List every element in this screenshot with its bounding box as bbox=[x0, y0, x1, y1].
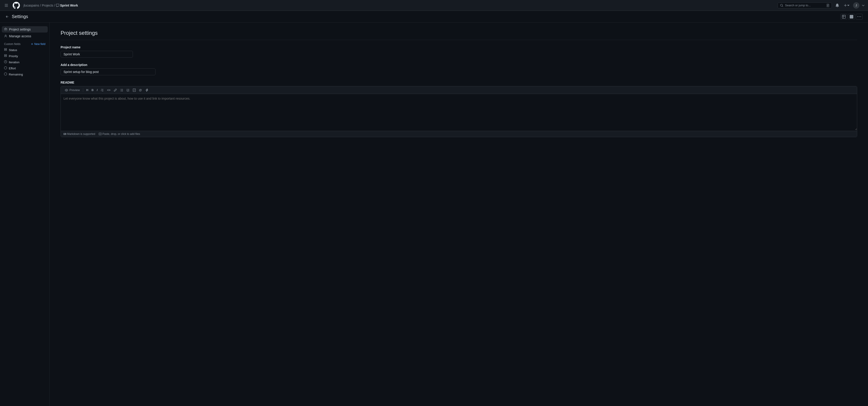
project-name-input[interactable] bbox=[61, 51, 133, 58]
preview-tab[interactable]: Preview bbox=[64, 88, 81, 92]
breadcrumb-sep-2: / bbox=[54, 4, 55, 7]
plus-button[interactable] bbox=[843, 3, 850, 8]
field-status-label: Status bbox=[9, 49, 17, 52]
field-effort-label: Effort bbox=[9, 67, 16, 70]
breadcrumb-user[interactable]: jlucaspains bbox=[24, 4, 39, 7]
custom-fields-label: Custom fields bbox=[4, 42, 21, 45]
status-field-icon bbox=[4, 48, 7, 52]
hamburger-button[interactable] bbox=[4, 3, 9, 8]
project-icon-container bbox=[56, 4, 59, 7]
mention-button[interactable]: @ bbox=[138, 88, 143, 92]
search-box[interactable]: Search or jump to... / bbox=[778, 2, 832, 8]
bold-button[interactable]: B bbox=[90, 88, 95, 92]
italic-button[interactable]: I bbox=[96, 88, 99, 92]
field-status[interactable]: Status bbox=[2, 47, 48, 53]
sidebar-item-project-settings[interactable]: Project settings bbox=[2, 26, 48, 33]
page-title: Project settings bbox=[61, 30, 857, 40]
paste-label: Paste, drop, or click to add files bbox=[99, 132, 140, 135]
breadcrumb-sep-1: / bbox=[40, 4, 41, 7]
back-button[interactable] bbox=[5, 15, 9, 19]
project-name-label: Project name bbox=[61, 45, 857, 49]
quote-button[interactable] bbox=[100, 88, 105, 92]
code-button[interactable]: <> bbox=[106, 88, 112, 92]
new-field-button[interactable]: New field bbox=[31, 42, 45, 45]
github-logo[interactable] bbox=[13, 2, 20, 9]
more-button[interactable] bbox=[856, 14, 863, 20]
field-iteration[interactable]: Iteration bbox=[2, 59, 48, 65]
preview-tab-label: Preview bbox=[69, 88, 80, 92]
description-label: Add a description bbox=[61, 63, 857, 67]
board-view-button[interactable] bbox=[848, 14, 855, 20]
breadcrumb-projects[interactable]: Projects bbox=[42, 4, 53, 7]
breadcrumb: jlucaspains / Projects / Sprint Work bbox=[24, 4, 78, 7]
settings-title: Settings bbox=[12, 14, 28, 19]
custom-fields-section: Custom fields New field bbox=[2, 40, 48, 47]
topnav: jlucaspains / Projects / Sprint Work Sea… bbox=[0, 0, 868, 11]
link-button[interactable] bbox=[113, 88, 118, 92]
main-content: Project settings Project name Add a desc… bbox=[50, 23, 868, 406]
settings-header: Settings bbox=[0, 11, 868, 23]
project-name-section: Project name bbox=[61, 45, 857, 58]
search-placeholder: Search or jump to... bbox=[785, 4, 811, 7]
field-effort[interactable]: Effort bbox=[2, 65, 48, 71]
field-priority-label: Priority bbox=[9, 55, 18, 58]
breadcrumb-sprint: Sprint Work bbox=[60, 4, 78, 7]
main-layout: Project settings Manage access Custom fi… bbox=[0, 23, 868, 406]
toolbar-divider bbox=[83, 88, 83, 92]
unordered-list-button[interactable] bbox=[119, 88, 124, 92]
sidebar-item-manage-access[interactable]: Manage access bbox=[2, 33, 48, 39]
readme-section: README Preview H B I bbox=[61, 81, 857, 137]
field-priority[interactable]: Priority bbox=[2, 53, 48, 59]
reference-button[interactable] bbox=[144, 88, 149, 92]
description-section: Add a description bbox=[61, 63, 857, 75]
sidebar: Project settings Manage access Custom fi… bbox=[0, 23, 50, 406]
remaining-field-icon bbox=[4, 72, 7, 76]
ordered-list-button[interactable] bbox=[125, 88, 131, 92]
readme-label: README bbox=[61, 81, 857, 84]
search-kbd: / bbox=[827, 4, 829, 7]
field-iteration-label: Iteration bbox=[9, 61, 20, 64]
topnav-right: Search or jump to... / J bbox=[778, 2, 864, 8]
new-field-label: New field bbox=[34, 42, 45, 45]
field-remaining-label: Remaining bbox=[9, 73, 23, 76]
priority-field-icon bbox=[4, 54, 7, 58]
task-list-button[interactable] bbox=[131, 88, 137, 92]
avatar[interactable]: J bbox=[853, 2, 860, 8]
iteration-field-icon bbox=[4, 60, 7, 64]
readme-footer: Markdown is supported Paste, drop, or cl… bbox=[61, 131, 857, 137]
readme-textarea[interactable] bbox=[61, 94, 857, 130]
heading-button[interactable]: H bbox=[85, 88, 89, 92]
readme-editor: Preview H B I <> bbox=[61, 86, 857, 137]
markdown-label: Markdown is supported bbox=[64, 132, 95, 135]
description-input[interactable] bbox=[61, 68, 156, 75]
avatar-dropdown-icon bbox=[862, 4, 864, 6]
field-remaining[interactable]: Remaining bbox=[2, 71, 48, 77]
view-buttons bbox=[840, 14, 863, 20]
bell-button[interactable] bbox=[835, 3, 840, 8]
readme-toolbar: Preview H B I <> bbox=[61, 86, 857, 94]
effort-field-icon bbox=[4, 66, 7, 70]
person-icon bbox=[4, 35, 7, 38]
sidebar-item-label: Manage access bbox=[9, 34, 31, 38]
table-view-button[interactable] bbox=[840, 14, 847, 20]
sidebar-item-label: Project settings bbox=[9, 28, 31, 31]
gear-icon bbox=[4, 28, 7, 31]
